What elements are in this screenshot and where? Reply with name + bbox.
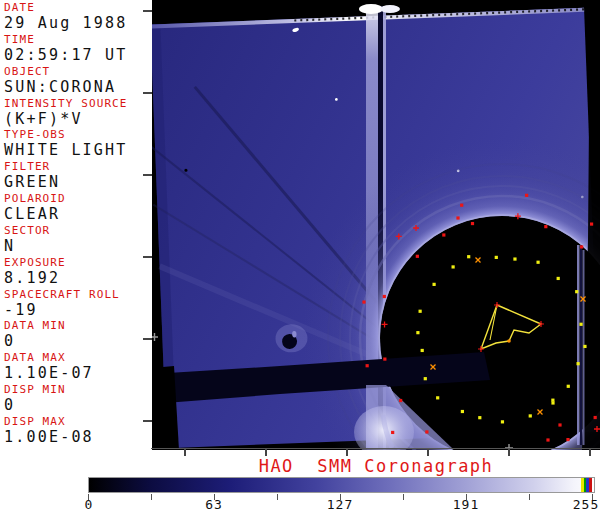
axis-tick [589,449,591,456]
field-label: DATA MAX [4,352,150,364]
smm-coronagraph-viewer: DATE 29 Aug 1988 TIME 02:59:17 UT OBJECT… [0,0,600,512]
field-label: SPACECRAFT ROLL [4,289,150,301]
field-value: 29 Aug 1988 [4,14,150,32]
edge-bright-line [577,245,580,445]
field-label: OBJECT [4,66,150,78]
field-value: 1.10E-07 [4,364,150,382]
field-label: DISP MIN [4,384,150,396]
axis-tick [508,449,510,456]
coronagraph-image [152,0,600,450]
field-label: TIME [4,34,150,46]
field-value: WHITE LIGHT [4,141,150,159]
field-value: 0 [4,396,150,414]
field-label: SECTOR [4,225,150,237]
field-value: (K+F)*V [4,110,150,128]
field-value: 8.192 [4,269,150,287]
field-label: EXPOSURE [4,257,150,269]
colorbar-tick [277,494,278,500]
colorbar-label: 127 [327,497,353,512]
axis-tick [143,256,152,258]
field-label: DATE [4,2,150,14]
axis-tick [184,449,186,456]
axis-tick [143,10,152,12]
field-label: DATA MIN [4,320,150,332]
axis-tick [143,174,152,176]
field-label: FILTER [4,161,150,173]
coronagraph-image-panel[interactable] [152,0,600,450]
field-label: POLAROID [4,193,150,205]
field-label: DISP MAX [4,416,150,428]
field-intensity-source: INTENSITY SOURCE (K+F)*V [0,98,150,130]
field-value: N [4,237,150,255]
field-value: CLEAR [4,205,150,223]
field-data-min: DATA MIN 0 [0,320,150,352]
axis-tick [346,449,348,456]
axis-tick [427,449,429,456]
axis-tick [143,338,152,340]
axis-tick [143,420,152,422]
metadata-sidebar: DATE 29 Aug 1988 TIME 02:59:17 UT OBJECT… [0,2,150,460]
field-value: 0 [4,332,150,350]
field-disp-max: DISP MAX 1.00E-08 [0,416,150,448]
axis-tick [143,92,152,94]
field-exposure: EXPOSURE 8.192 [0,257,150,289]
field-time: TIME 02:59:17 UT [0,34,150,66]
field-spacecraft-roll: SPACECRAFT ROLL -19 [0,289,150,321]
field-value: 02:59:17 UT [4,46,150,64]
field-object: OBJECT SUN:CORONA [0,66,150,98]
image-title: HAO SMM Coronagraph [152,456,600,476]
colorbar-label: 255 [573,497,599,512]
colorbar-tick [403,494,404,500]
colorbar-tick [151,494,152,500]
field-type-obs: TYPE-OBS WHITE LIGHT [0,129,150,161]
field-value: SUN:CORONA [4,78,150,96]
colorbar-overlay-stripe-white [592,478,594,492]
colorbar-label: 0 [85,497,94,512]
colorbar-label: 63 [205,497,223,512]
field-data-max: DATA MAX 1.10E-07 [0,352,150,384]
field-sector: SECTOR N [0,225,150,257]
field-value: GREEN [4,173,150,191]
field-label: INTENSITY SOURCE [4,98,150,110]
field-polaroid: POLAROID CLEAR [0,193,150,225]
field-disp-min: DISP MIN 0 [0,384,150,416]
edge-dark-line [580,245,582,445]
colorbar-label: 191 [453,497,479,512]
vertex-dot [507,339,511,343]
field-value: 1.00E-08 [4,428,150,446]
field-date: DATE 29 Aug 1988 [0,2,150,34]
colorbar [88,477,595,493]
field-label: TYPE-OBS [4,129,150,141]
axis-line [151,448,600,449]
colorbar-tick [529,494,530,500]
field-filter: FILTER GREEN [0,161,150,193]
field-value: -19 [4,301,150,319]
axis-tick [265,449,267,456]
